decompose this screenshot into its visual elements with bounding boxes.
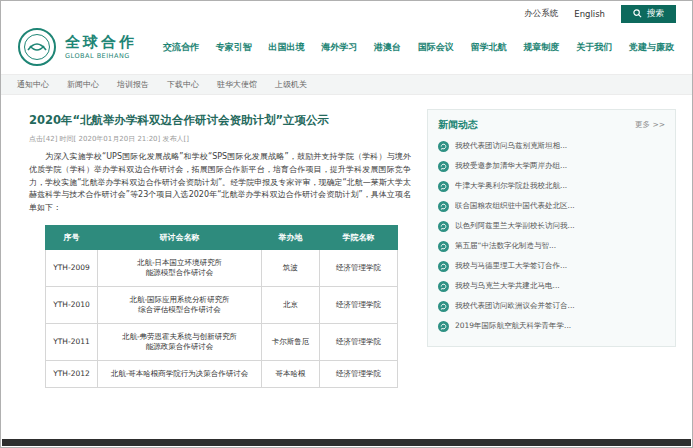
circular-arrow-icon — [438, 261, 449, 272]
seminar-college: 经济管理学院 — [320, 360, 398, 387]
english-link[interactable]: English — [574, 9, 605, 19]
nav-item-party[interactable]: 党建与廉政 — [629, 41, 674, 54]
news-header: 新闻动态 更多 >> — [438, 118, 665, 132]
nav-item-conference[interactable]: 国际会议 — [418, 41, 454, 54]
seminar-name: 北航-弗劳恩霍夫系统与创新研究所 能源政策合作研讨会 — [98, 323, 262, 360]
news-item[interactable]: 牛津大学奥利尔学院赴我校北航... — [438, 176, 665, 196]
table-row: YTH-2010 北航-国际应用系统分析研究所 综合评估模型合作研讨会 北京 经… — [46, 286, 398, 323]
col-header-id: 序号 — [46, 225, 98, 249]
news-more-link[interactable]: 更多 >> — [635, 120, 665, 130]
seminar-location: 哥本哈根 — [262, 360, 320, 387]
subnav-item-downloads[interactable]: 下载中心 — [167, 79, 199, 90]
news-item-text: 我校受邀参加清华大学两岸办组... — [455, 161, 567, 171]
seminar-location: 北京 — [262, 286, 320, 323]
news-box: 新闻动态 更多 >> 我校代表团访问乌兹别克斯坦相... 我校受邀参加清华大学两… — [427, 109, 676, 347]
nav-item-exchange[interactable]: 交流合作 — [163, 41, 199, 54]
nav-item-overseas-study[interactable]: 海外学习 — [321, 41, 357, 54]
news-item-text: 我校与马德里理工大学签订合作... — [455, 261, 567, 271]
site-title: 全球合作 — [65, 34, 137, 51]
page: 办公系统 English 搜索 全球合作 GLOBAL BEIHANG 交流合作 — [0, 0, 693, 448]
beihang-emblem-icon — [17, 27, 57, 67]
seminar-name: 北航-国际应用系统分析研究所 综合评估模型合作研讨会 — [98, 286, 262, 323]
content-area: 2020年“北航举办学科双边合作研讨会资助计划”立项公示 点击[42] 时间[ … — [1, 95, 692, 388]
news-item[interactable]: 我校代表团访问欧洲议会并签订合... — [438, 296, 665, 316]
news-item[interactable]: 我校代表团访问乌兹别克斯坦相... — [438, 136, 665, 156]
site-header: 全球合作 GLOBAL BEIHANG 交流合作 专家引智 出国出境 海外学习 … — [1, 23, 692, 74]
news-item-text: 第五届“中法数字化制造与智... — [455, 241, 556, 251]
news-item[interactable]: 以色列阿兹里兰大学副校长访问我... — [438, 216, 665, 236]
subnav-item-reports[interactable]: 培训报告 — [117, 79, 149, 90]
news-item[interactable]: 第五届“中法数字化制造与智... — [438, 236, 665, 256]
topbar: 办公系统 English 搜索 — [1, 1, 692, 23]
news-item-text: 我校与乌克兰大学共建北马电... — [455, 281, 560, 291]
news-item-text: 以色列阿兹里兰大学副校长访问我... — [455, 221, 575, 231]
site-subtitle: GLOBAL BEIHANG — [65, 52, 137, 60]
article-meta: 点击[42] 时间[ 2020年01月20日 21:20] 发布人[] — [29, 134, 411, 144]
circular-arrow-icon — [438, 321, 449, 332]
main-nav: 交流合作 专家引智 出国出境 海外学习 港澳台 国际会议 留学北航 规章制度 关… — [163, 41, 676, 54]
nav-item-experts[interactable]: 专家引智 — [216, 41, 252, 54]
subnav-item-notices[interactable]: 通知中心 — [17, 79, 49, 90]
circular-arrow-icon — [438, 201, 449, 212]
seminar-id: YTH-2010 — [46, 286, 98, 323]
news-item[interactable]: 我校与马德里理工大学签订合作... — [438, 256, 665, 276]
subnav-item-superiors[interactable]: 上级机关 — [275, 79, 307, 90]
brand-block: 全球合作 GLOBAL BEIHANG — [65, 34, 137, 61]
seminar-location: 筑波 — [262, 249, 320, 286]
nav-item-study-at-buaa[interactable]: 留学北航 — [471, 41, 507, 54]
news-title: 新闻动态 — [438, 118, 478, 132]
news-item-text: 我校代表团访问欧洲议会并签订合... — [455, 301, 575, 311]
col-header-location: 举办地 — [262, 225, 320, 249]
seminar-college: 经济管理学院 — [320, 323, 398, 360]
table-row: YTH-2009 北航-日本国立环境研究所 能源模型合作研讨会 筑波 经济管理学… — [46, 249, 398, 286]
subnav-item-news[interactable]: 新闻中心 — [67, 79, 99, 90]
seminar-name: 北航-日本国立环境研究所 能源模型合作研讨会 — [98, 249, 262, 286]
search-label: 搜索 — [647, 8, 664, 20]
office-system-link[interactable]: 办公系统 — [524, 8, 558, 20]
seminar-table: 序号 研讨会名称 举办地 学院名称 YTH-2009 北航-日本国立环境研究所 … — [45, 225, 398, 388]
nav-item-hmt[interactable]: 港澳台 — [374, 41, 401, 54]
search-button[interactable]: 搜索 — [621, 5, 676, 23]
table-row: YTH-2012 北航-哥本哈根商学院行为决策合作研讨会 哥本哈根 经济管理学院 — [46, 360, 398, 387]
seminar-id: YTH-2009 — [46, 249, 98, 286]
beihang-logo[interactable] — [17, 27, 57, 67]
search-icon — [633, 9, 642, 18]
news-item-text: 我校代表团访问乌兹别克斯坦相... — [455, 141, 567, 151]
sub-nav: 通知中心 新闻中心 培训报告 下载中心 驻华大使馆 上级机关 — [1, 74, 692, 95]
footer-bar — [2, 439, 691, 446]
news-item[interactable]: 2019年国际航空航天科学青年学... — [438, 316, 665, 336]
circular-arrow-icon — [438, 141, 449, 152]
nav-item-regulations[interactable]: 规章制度 — [523, 41, 559, 54]
news-item[interactable]: 我校与乌克兰大学共建北马电... — [438, 276, 665, 296]
news-list: 我校代表团访问乌兹别克斯坦相... 我校受邀参加清华大学两岸办组... 牛津大学… — [438, 136, 665, 336]
subnav-item-embassies[interactable]: 驻华大使馆 — [217, 79, 257, 90]
nav-item-about[interactable]: 关于我们 — [576, 41, 612, 54]
col-header-college: 学院名称 — [320, 225, 398, 249]
article-paragraph: 为深入实施学校“UPS国际化发展战略”和学校“SPS国际化发展战略”，鼓励并支持… — [29, 151, 411, 215]
table-header-row: 序号 研讨会名称 举办地 学院名称 — [46, 225, 398, 249]
seminar-name: 北航-哥本哈根商学院行为决策合作研讨会 — [98, 360, 262, 387]
circular-arrow-icon — [438, 241, 449, 252]
news-item-text: 2019年国际航空航天科学青年学... — [455, 321, 571, 331]
circular-arrow-icon — [438, 221, 449, 232]
news-item-text: 联合国粮农组织驻中国代表处北区... — [455, 201, 575, 211]
col-header-name: 研讨会名称 — [98, 225, 262, 249]
news-item-text: 牛津大学奥利尔学院赴我校北航... — [455, 181, 567, 191]
circular-arrow-icon — [438, 301, 449, 312]
circular-arrow-icon — [438, 281, 449, 292]
circular-arrow-icon — [438, 181, 449, 192]
nav-item-abroad[interactable]: 出国出境 — [269, 41, 305, 54]
seminar-id: YTH-2011 — [46, 323, 98, 360]
article-column: 2020年“北航举办学科双边合作研讨会资助计划”立项公示 点击[42] 时间[ … — [29, 109, 411, 388]
seminar-location: 卡尔斯鲁厄 — [262, 323, 320, 360]
circular-arrow-icon — [438, 161, 449, 172]
seminar-college: 经济管理学院 — [320, 286, 398, 323]
news-item[interactable]: 联合国粮农组织驻中国代表处北区... — [438, 196, 665, 216]
table-row: YTH-2011 北航-弗劳恩霍夫系统与创新研究所 能源政策合作研讨会 卡尔斯鲁… — [46, 323, 398, 360]
seminar-id: YTH-2012 — [46, 360, 98, 387]
page-title: 2020年“北航举办学科双边合作研讨会资助计划”立项公示 — [29, 113, 411, 128]
seminar-college: 经济管理学院 — [320, 249, 398, 286]
news-sidebar: 新闻动态 更多 >> 我校代表团访问乌兹别克斯坦相... 我校受邀参加清华大学两… — [427, 109, 676, 388]
news-item[interactable]: 我校受邀参加清华大学两岸办组... — [438, 156, 665, 176]
